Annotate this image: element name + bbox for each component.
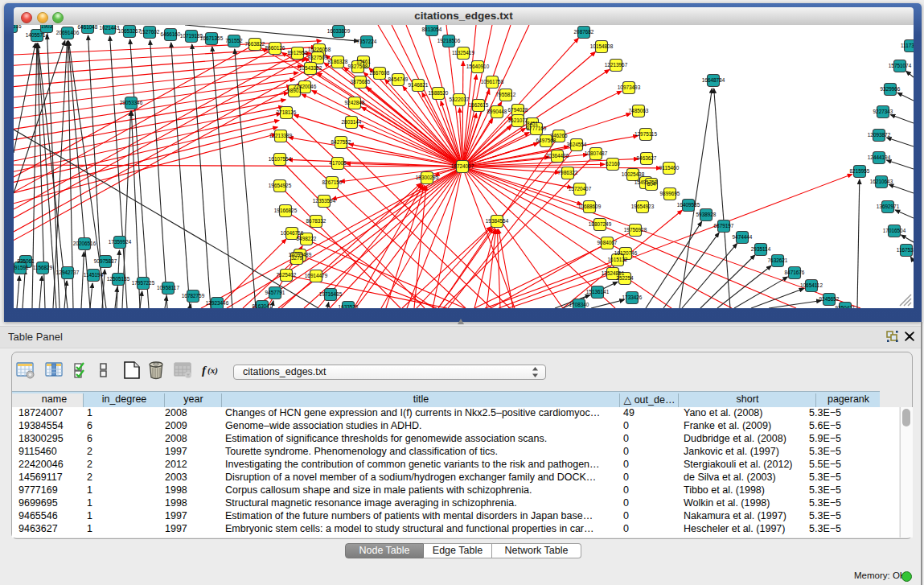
svg-text:7955812: 7955812 (496, 92, 516, 97)
svg-text:3279: 3279 (291, 255, 303, 261)
svg-text:9242848: 9242848 (345, 100, 365, 105)
svg-text:f: f (202, 364, 207, 377)
svg-text:17957225: 17957225 (132, 280, 155, 286)
svg-text:20364436: 20364436 (546, 153, 569, 159)
svg-text:11325419: 11325419 (452, 50, 474, 56)
svg-text:9474444: 9474444 (733, 234, 753, 240)
svg-text:2718126: 2718126 (277, 109, 297, 115)
svg-text:8471676: 8471676 (785, 270, 805, 275)
svg-text:15136141: 15136141 (586, 289, 610, 295)
svg-text:10973493: 10973493 (618, 84, 641, 90)
svg-text:19384554: 19384554 (486, 218, 509, 224)
svg-text:804: 804 (647, 181, 656, 187)
svg-text:19166825: 19166825 (274, 208, 298, 213)
svg-text:1021443: 1021443 (100, 25, 120, 31)
svg-text:1733426: 1733426 (622, 295, 643, 300)
svg-text:9115460: 9115460 (659, 165, 680, 171)
svg-text:12213389: 12213389 (269, 133, 293, 138)
svg-text:16782759: 16782759 (182, 293, 205, 299)
svg-text:12353594: 12353594 (313, 198, 336, 204)
svg-text:19716485: 19716485 (319, 291, 343, 297)
svg-text:15226058: 15226058 (308, 47, 331, 52)
svg-text:20206516: 20206516 (73, 241, 97, 246)
svg-text:1156829: 1156829 (33, 265, 53, 270)
svg-text:10958117: 10958117 (157, 285, 179, 290)
svg-text:16210643: 16210643 (870, 179, 893, 184)
svg-text:5322037: 5322037 (450, 97, 470, 102)
svg-text:1145194: 1145194 (84, 272, 104, 278)
svg-text:6461048: 6461048 (78, 25, 98, 30)
svg-text:252254: 252254 (616, 275, 634, 281)
svg-text:10154808: 10154808 (590, 43, 614, 49)
svg-text:18300295: 18300295 (416, 175, 439, 180)
svg-text:12923446: 12923446 (206, 300, 229, 306)
svg-text:10653267: 10653267 (118, 28, 142, 34)
svg-text:9899695: 9899695 (660, 191, 680, 196)
svg-text:(x): (x) (207, 365, 218, 376)
svg-text:15751074: 15751074 (889, 63, 912, 68)
svg-text:2087682: 2087682 (574, 29, 594, 35)
svg-text:8912956: 8912956 (288, 50, 308, 56)
svg-text:8186328: 8186328 (328, 59, 348, 64)
svg-text:16409585: 16409585 (677, 202, 700, 208)
svg-text:7625402: 7625402 (277, 272, 297, 278)
svg-text:9245652: 9245652 (819, 296, 840, 302)
svg-text:29053346: 29053346 (120, 100, 143, 105)
svg-text:9327508: 9327508 (348, 64, 368, 69)
svg-text:12444194: 12444194 (868, 154, 891, 160)
svg-text:417008: 417008 (329, 160, 347, 166)
svg-text:9327509: 9327509 (308, 55, 328, 60)
svg-text:90975887: 90975887 (94, 258, 117, 264)
svg-text:9146821: 9146821 (409, 82, 429, 88)
svg-text:1903: 1903 (41, 25, 53, 29)
svg-text:10688609: 10688609 (578, 204, 602, 209)
svg-text:7986322: 7986322 (558, 170, 578, 175)
svg-text:18724007: 18724007 (451, 163, 474, 169)
svg-text:751552: 751552 (225, 38, 243, 43)
svg-text:7632621: 7632621 (768, 257, 788, 263)
svg-text:8267150: 8267150 (322, 179, 343, 185)
svg-text:8813054: 8813054 (422, 27, 442, 32)
svg-text:2935114: 2935114 (751, 246, 771, 252)
svg-text:391591: 391591 (14, 265, 29, 270)
svg-text:98901: 98901 (287, 88, 302, 93)
svg-text:13692971: 13692971 (877, 204, 900, 209)
svg-text:8660126: 8660126 (265, 45, 285, 51)
svg-text:9777169: 9777169 (527, 126, 547, 131)
svg-text:20691406: 20691406 (56, 30, 80, 35)
svg-text:1633526: 1633526 (339, 304, 359, 308)
svg-text:8427552: 8427552 (331, 139, 351, 145)
svg-text:10807487: 10807487 (585, 150, 608, 156)
svg-text:12093872: 12093872 (868, 132, 891, 138)
svg-text:5498222: 5498222 (297, 236, 317, 241)
svg-text:10961758: 10961758 (481, 79, 504, 84)
svg-text:1117361: 1117361 (901, 43, 914, 48)
svg-text:62160: 62160 (606, 161, 620, 167)
svg-text:10654112: 10654112 (800, 282, 823, 288)
svg-text:1527602: 1527602 (140, 29, 160, 35)
svg-text:1621072: 1621072 (508, 117, 528, 123)
svg-text:9227343: 9227343 (873, 109, 893, 114)
svg-text:2803144: 2803144 (342, 119, 362, 125)
svg-text:9084067: 9084067 (598, 240, 618, 245)
svg-text:15640910: 15640910 (466, 64, 490, 69)
svg-text:17016504: 17016504 (883, 228, 906, 233)
svg-text:19654923: 19654923 (631, 204, 655, 209)
svg-text:19218506: 19218506 (437, 38, 461, 43)
svg-text:7485063: 7485063 (629, 108, 649, 113)
svg-text:1167533: 1167533 (897, 247, 914, 253)
svg-text:9457791: 9457791 (265, 290, 285, 295)
svg-text:18807249: 18807249 (589, 221, 612, 227)
svg-text:19654925: 19654925 (269, 183, 292, 188)
svg-text:16671355: 16671355 (200, 35, 224, 41)
svg-text:8215955: 8215955 (850, 168, 870, 174)
svg-text:8163041: 8163041 (253, 303, 273, 308)
svg-text:17359924: 17359924 (109, 239, 132, 245)
svg-text:12213967: 12213967 (605, 62, 628, 68)
svg-text:10025438: 10025438 (622, 171, 645, 177)
svg-text:6497568: 6497568 (536, 138, 556, 143)
svg-text:9329966: 9329966 (881, 86, 901, 92)
svg-text:10046766: 10046766 (281, 230, 304, 236)
svg-text:8454749: 8454749 (388, 76, 409, 82)
svg-text:1562615: 1562615 (469, 102, 489, 108)
